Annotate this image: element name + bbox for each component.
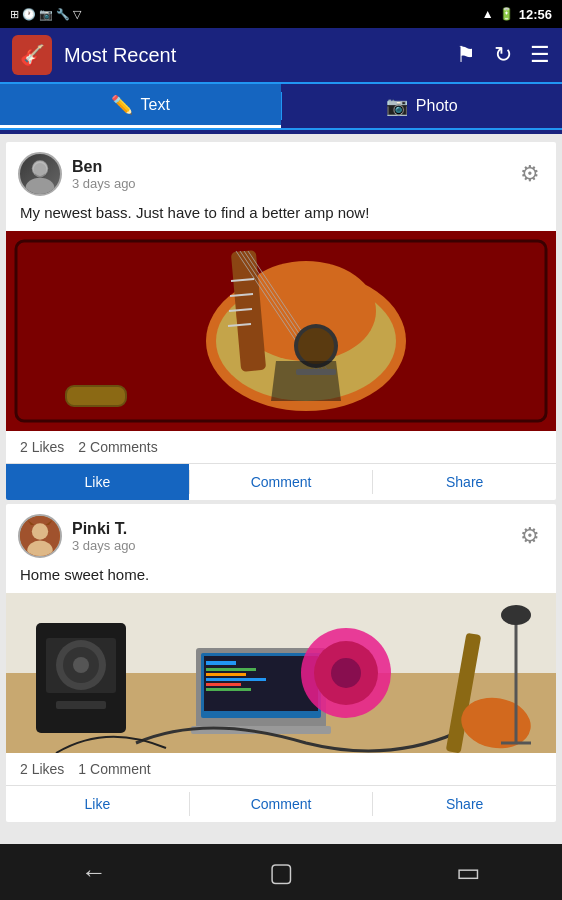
bottom-nav: ← ▢ ▭	[0, 844, 562, 900]
post-text-2: Home sweet home.	[6, 564, 556, 593]
comments-count: 2 Comments	[78, 439, 157, 455]
tab-photo-label: Photo	[416, 97, 458, 115]
post-header: Ben 3 days ago ⚙	[6, 142, 556, 202]
svg-rect-40	[206, 668, 256, 671]
tabs: ✏️ Text 📷 Photo	[0, 84, 562, 130]
status-time: 12:56	[519, 7, 552, 22]
menu-icon[interactable]: ☰	[530, 42, 550, 68]
likes-count: 2 Likes	[20, 439, 64, 455]
svg-rect-39	[206, 661, 236, 665]
comment-button-2[interactable]: Comment	[190, 786, 373, 822]
avatar	[18, 152, 62, 196]
svg-point-21	[298, 328, 334, 364]
svg-point-53	[501, 605, 531, 625]
svg-rect-44	[206, 688, 251, 691]
status-left-icons: ⊞ 🕐 📷 🔧 ▽	[10, 8, 476, 21]
status-right-icons: ▲ 🔋 12:56	[482, 7, 552, 22]
feed: Ben 3 days ago ⚙ My newest bass. Just ha…	[0, 134, 562, 844]
refresh-icon[interactable]: ↻	[494, 42, 512, 68]
svg-rect-42	[206, 678, 266, 681]
like-button[interactable]: Like	[6, 464, 189, 500]
share-button[interactable]: Share	[373, 464, 556, 500]
share-button-2[interactable]: Share	[373, 786, 556, 822]
post-meta: Ben 3 days ago	[72, 158, 516, 191]
logo-icon: 🎸	[20, 43, 45, 67]
svg-rect-7	[66, 386, 126, 406]
post-settings-icon[interactable]: ⚙	[516, 157, 544, 191]
text-tab-icon: ✏️	[111, 94, 133, 116]
svg-rect-35	[56, 701, 106, 709]
svg-point-3	[34, 163, 47, 176]
flag-icon[interactable]: ⚑	[456, 42, 476, 68]
post-image-2	[6, 593, 556, 753]
avatar-2	[18, 514, 62, 558]
app-title: Most Recent	[64, 44, 456, 67]
post-actions: Like Comment Share	[6, 463, 556, 500]
post-author-2: Pinki T.	[72, 520, 516, 538]
like-button-2[interactable]: Like	[6, 786, 189, 822]
svg-point-34	[73, 657, 89, 673]
tab-text-label: Text	[141, 96, 170, 114]
comment-button[interactable]: Comment	[190, 464, 373, 500]
post-stats-2: 2 Likes 1 Comment	[6, 753, 556, 785]
comments-count-2: 1 Comment	[78, 761, 150, 777]
status-bar: ⊞ 🕐 📷 🔧 ▽ ▲ 🔋 12:56	[0, 0, 562, 28]
tab-photo[interactable]: 📷 Photo	[282, 84, 563, 128]
svg-rect-43	[206, 683, 241, 686]
likes-count-2: 2 Likes	[20, 761, 64, 777]
app-bar: 🎸 Most Recent ⚑ ↻ ☰	[0, 28, 562, 84]
post-time: 3 days ago	[72, 176, 516, 191]
notification-icons: ⊞ 🕐 📷 🔧 ▽	[10, 8, 81, 21]
svg-point-24	[32, 523, 48, 539]
battery-icon: 🔋	[499, 7, 514, 21]
wifi-icon: ▲	[482, 7, 494, 21]
post-author: Ben	[72, 158, 516, 176]
back-icon[interactable]: ←	[81, 857, 107, 888]
post-card-2: Pinki T. 3 days ago ⚙ Home sweet home.	[6, 504, 556, 822]
post-actions-2: Like Comment Share	[6, 785, 556, 822]
svg-rect-41	[206, 673, 246, 676]
post-meta-2: Pinki T. 3 days ago	[72, 520, 516, 553]
post-header-2: Pinki T. 3 days ago ⚙	[6, 504, 556, 564]
post-time-2: 3 days ago	[72, 538, 516, 553]
post-text: My newest bass. Just have to find a bett…	[6, 202, 556, 231]
post-stats: 2 Likes 2 Comments	[6, 431, 556, 463]
photo-tab-icon: 📷	[386, 95, 408, 117]
post-card: Ben 3 days ago ⚙ My newest bass. Just ha…	[6, 142, 556, 500]
svg-point-48	[331, 658, 361, 688]
app-logo: 🎸	[12, 35, 52, 75]
tab-text[interactable]: ✏️ Text	[0, 84, 281, 128]
app-bar-actions: ⚑ ↻ ☰	[456, 42, 550, 68]
recents-icon[interactable]: ▭	[456, 857, 481, 888]
post-settings-icon-2[interactable]: ⚙	[516, 519, 544, 553]
home-icon[interactable]: ▢	[269, 857, 294, 888]
svg-rect-22	[296, 369, 336, 375]
post-image	[6, 231, 556, 431]
svg-point-1	[25, 178, 54, 196]
